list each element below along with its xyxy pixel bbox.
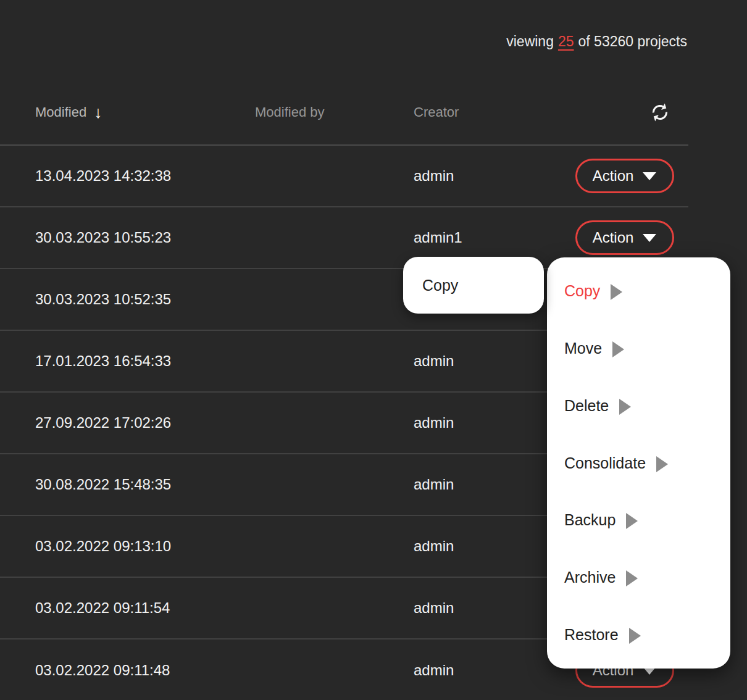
- menu-item-move[interactable]: Move: [547, 320, 730, 377]
- cell-creator: admin: [414, 662, 574, 679]
- triangle-right-icon: [612, 341, 624, 357]
- action-button[interactable]: Action: [575, 220, 674, 255]
- column-header-modified-by[interactable]: Modified by: [255, 104, 414, 120]
- menu-item-delete[interactable]: Delete: [547, 377, 730, 435]
- triangle-down-icon: [643, 172, 656, 180]
- menu-item-label: Restore: [564, 626, 619, 644]
- triangle-right-icon: [626, 570, 638, 586]
- triangle-right-icon: [629, 628, 641, 644]
- viewing-status: viewing 25 of 53260 projects: [506, 33, 687, 50]
- column-header-creator[interactable]: Creator: [414, 104, 574, 120]
- menu-item-label: Copy: [564, 282, 600, 300]
- viewing-count-link[interactable]: 25: [558, 33, 574, 50]
- menu-item-label: Move: [564, 340, 602, 357]
- cell-modified: 03.02.2022 09:11:48: [0, 662, 255, 679]
- menu-item-label: Consolidate: [564, 454, 646, 472]
- menu-item-archive[interactable]: Archive: [547, 549, 730, 606]
- column-label: Modified: [35, 104, 86, 120]
- menu-item-label: Backup: [564, 511, 616, 529]
- cell-modified: 30.03.2023 10:55:23: [0, 229, 255, 246]
- menu-item-label: Archive: [564, 569, 616, 586]
- column-label: Creator: [414, 104, 459, 120]
- menu-item-copy[interactable]: Copy: [547, 262, 730, 320]
- triangle-right-icon: [626, 513, 638, 529]
- refresh-icon[interactable]: [648, 101, 672, 124]
- menu-item-consolidate[interactable]: Consolidate: [547, 435, 730, 492]
- cell-modified: 17.01.2023 16:54:33: [0, 352, 255, 370]
- menu-item-label: Delete: [564, 397, 609, 415]
- action-button[interactable]: Action: [575, 159, 674, 193]
- cell-modified: 30.08.2022 15:48:35: [0, 476, 255, 493]
- table-row: 13.04.2023 14:32:38 admin Action: [0, 146, 688, 207]
- cell-modified: 13.04.2023 14:32:38: [0, 167, 255, 185]
- triangle-right-icon: [656, 456, 668, 472]
- column-label: Modified by: [255, 104, 325, 120]
- table-header: Modified ↓ Modified by Creator: [0, 80, 688, 146]
- cell-creator: admin: [414, 167, 574, 185]
- triangle-down-icon: [643, 234, 656, 242]
- triangle-right-icon: [611, 284, 622, 300]
- cell-modified: 03.02.2022 09:11:54: [0, 599, 255, 617]
- action-dropdown-menu: Copy Move Delete Consolidate Backup Arch…: [547, 257, 730, 669]
- menu-item-backup[interactable]: Backup: [547, 491, 730, 549]
- triangle-right-icon: [619, 399, 631, 415]
- viewing-suffix: of 53260 projects: [578, 33, 687, 50]
- cell-modified: 03.02.2022 09:13:10: [0, 538, 255, 555]
- sort-desc-icon[interactable]: ↓: [94, 104, 102, 121]
- menu-item-restore[interactable]: Restore: [547, 606, 730, 664]
- cell-modified: 30.03.2023 10:52:35: [0, 291, 255, 308]
- viewing-prefix: viewing: [506, 33, 554, 50]
- action-button-label: Action: [593, 167, 634, 185]
- tooltip-label: Copy: [422, 277, 458, 294]
- copy-submenu-tooltip[interactable]: Copy: [403, 257, 544, 314]
- action-button-label: Action: [593, 229, 634, 246]
- column-header-modified[interactable]: Modified ↓: [0, 104, 255, 121]
- cell-creator: admin1: [414, 229, 574, 246]
- cell-modified: 27.09.2022 17:02:26: [0, 414, 255, 431]
